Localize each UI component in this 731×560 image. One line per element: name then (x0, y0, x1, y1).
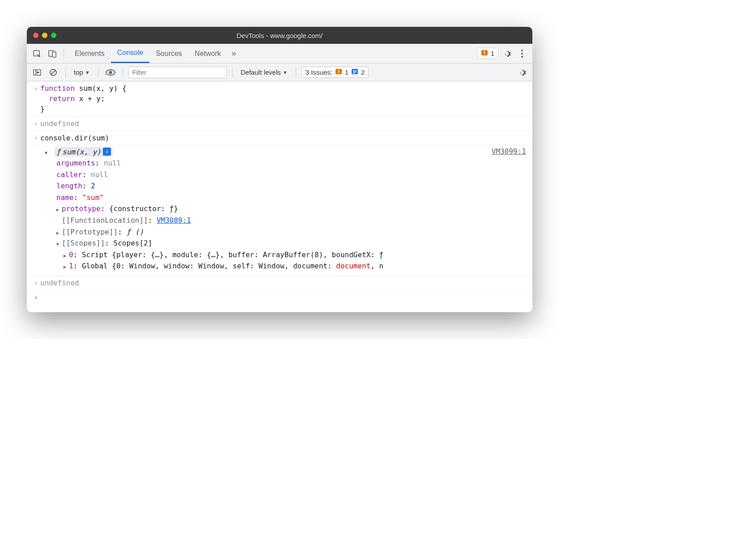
function-f-icon: ƒ (56, 148, 61, 156)
divider (64, 49, 64, 59)
fullscreen-window-button[interactable] (51, 33, 56, 38)
prop-scopes[interactable]: [[Scopes]]: Scopes[2] (56, 238, 528, 249)
console-input-row[interactable]: › console.dir(sum) (27, 131, 532, 145)
window-title: DevTools - www.google.com/ (27, 32, 532, 39)
svg-rect-18 (338, 72, 339, 73)
log-levels-selector[interactable]: Default levels ▼ (238, 67, 290, 77)
svg-point-6 (506, 52, 508, 54)
divider (296, 68, 296, 77)
undefined-output: undefined (40, 278, 528, 288)
prop-name[interactable]: name: "sum" (56, 192, 528, 204)
svg-point-7 (521, 50, 523, 51)
prop-caller[interactable]: caller: null (56, 169, 528, 181)
console-settings-icon[interactable] (515, 66, 529, 79)
clear-console-icon[interactable] (47, 66, 60, 79)
devtools-window: DevTools - www.google.com/ Elements Cons… (27, 27, 532, 312)
minimize-window-button[interactable] (42, 33, 47, 38)
info-icon (351, 68, 358, 76)
divider (98, 68, 98, 77)
svg-rect-20 (353, 70, 357, 71)
prop-arguments[interactable]: arguments: null (56, 157, 528, 169)
filter-input[interactable] (128, 67, 227, 78)
console-output: › function sum(x, y) { return x + y; } ‹… (27, 81, 532, 312)
sidebar-toggle-icon[interactable] (30, 66, 44, 79)
more-tabs-button[interactable]: » (227, 44, 241, 63)
window-controls (33, 33, 56, 38)
expand-toggle[interactable] (56, 226, 62, 238)
code-input: console.dir(sum) (40, 133, 528, 143)
kebab-menu-icon[interactable] (515, 47, 529, 60)
scope-entry-1[interactable]: 1: Global {0: Window, window: Window, se… (56, 260, 528, 272)
property-list: arguments: null caller: null length: 2 n… (31, 157, 528, 272)
prop-function-location[interactable]: [[FunctionLocation]]: VM3089:1 (56, 215, 528, 226)
issues-summary[interactable]: 3 Issues: 1 2 (302, 67, 369, 78)
console-output-row: ‹ undefined (27, 276, 532, 290)
close-window-button[interactable] (33, 33, 38, 38)
svg-rect-22 (353, 73, 355, 74)
svg-rect-21 (353, 72, 357, 72)
svg-rect-4 (484, 51, 485, 53)
prop-length[interactable]: length: 2 (56, 180, 528, 192)
undefined-output: undefined (40, 119, 528, 129)
output-chevron-icon: ‹ (31, 278, 40, 288)
expand-toggle[interactable] (56, 203, 62, 215)
prompt-chevron-icon: › (31, 292, 40, 302)
chevron-down-icon: ▼ (85, 70, 90, 75)
tab-elements[interactable]: Elements (68, 44, 111, 63)
tab-console[interactable]: Console (111, 44, 150, 63)
console-toolbar: top ▼ Default levels ▼ 3 Issues: 1 2 (27, 64, 532, 81)
divider (123, 68, 123, 77)
svg-rect-2 (52, 52, 56, 57)
output-chevron-icon: ‹ (31, 119, 40, 129)
panel-tabs: Elements Console Sources Network » (68, 44, 241, 63)
context-value: top (74, 68, 83, 76)
expand-toggle[interactable] (45, 148, 50, 156)
svg-rect-5 (484, 54, 485, 55)
warn-count: 1 (345, 68, 348, 76)
settings-icon[interactable] (500, 47, 514, 60)
device-toolbar-icon[interactable] (46, 47, 59, 60)
levels-value: Default levels (241, 68, 281, 76)
issues-badge[interactable]: 1 (477, 48, 498, 59)
expand-toggle[interactable] (64, 249, 69, 261)
issues-label: 3 Issues: (306, 68, 332, 76)
svg-point-8 (521, 53, 523, 55)
function-header[interactable]: ƒ sum(x, y) i (55, 147, 113, 157)
warning-icon (335, 68, 342, 76)
svg-point-23 (521, 71, 523, 73)
tab-network[interactable]: Network (188, 44, 227, 63)
info-count: 2 (361, 68, 365, 76)
chevron-down-icon: ▼ (283, 70, 288, 75)
svg-point-9 (521, 56, 523, 58)
warning-icon (481, 50, 488, 57)
context-selector[interactable]: top ▼ (71, 67, 93, 77)
expand-toggle[interactable] (56, 238, 62, 249)
live-expression-icon[interactable] (104, 66, 117, 79)
console-input-row[interactable]: › function sum(x, y) { return x + y; } (27, 81, 532, 117)
info-badge-icon[interactable]: i (103, 148, 111, 156)
main-toolbar: Elements Console Sources Network » 1 (27, 44, 532, 64)
issue-count: 1 (491, 50, 494, 57)
svg-rect-17 (338, 70, 339, 72)
input-chevron-icon: › (31, 83, 40, 93)
divider (65, 68, 66, 77)
vm-link[interactable]: VM3089:1 (157, 216, 191, 225)
divider (232, 68, 233, 77)
console-prompt-row[interactable]: › (27, 290, 532, 312)
svg-line-13 (51, 70, 55, 75)
scope-entry-0[interactable]: 0: Script {player: {…}, module: {…}, buf… (56, 249, 528, 261)
titlebar: DevTools - www.google.com/ (27, 27, 532, 44)
tab-sources[interactable]: Sources (149, 44, 188, 63)
prop-prototype-internal[interactable]: [[Prototype]]: ƒ () (56, 226, 528, 238)
expand-toggle[interactable] (64, 260, 69, 272)
inspect-icon[interactable] (30, 47, 44, 60)
prop-prototype[interactable]: prototype: {constructor: ƒ} (56, 203, 528, 215)
dir-output-block: VM3099:1 ƒ sum(x, y) i arguments: null c… (27, 145, 532, 276)
svg-point-15 (109, 71, 112, 74)
console-output-row: ‹ undefined (27, 117, 532, 131)
code-input: function sum(x, y) { return x + y; } (40, 83, 528, 115)
function-signature: sum(x, y) (62, 148, 101, 156)
input-chevron-icon: › (31, 133, 40, 143)
